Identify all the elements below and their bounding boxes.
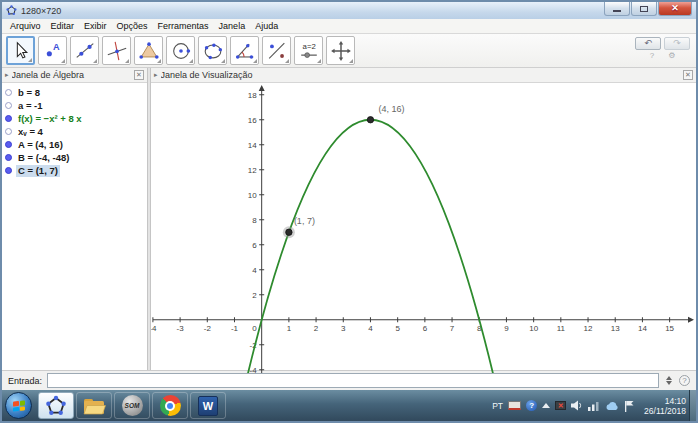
input-label: Entrada: xyxy=(8,376,42,386)
x-tick-label: 9 xyxy=(504,324,509,333)
collapse-arrow-icon[interactable]: ▸ xyxy=(154,71,158,79)
collapse-arrow-icon[interactable]: ▸ xyxy=(5,71,9,79)
undo-arrow-icon: ↶ xyxy=(644,38,652,48)
move-cursor-icon xyxy=(10,40,32,62)
network-signal-icon[interactable] xyxy=(588,401,600,411)
remote-desktop-window: 1280×720 ✕ ArquivoEditarExibirOpçõesFerr… xyxy=(0,0,698,423)
close-panel-icon[interactable]: ✕ xyxy=(134,70,144,80)
tool-perpendicular-line[interactable] xyxy=(102,36,131,65)
volume-icon[interactable] xyxy=(571,400,583,411)
show-hidden-icons-chevron[interactable] xyxy=(542,403,550,408)
algebra-item[interactable]: C = (1, 7) xyxy=(2,164,147,177)
input-history-icon[interactable] xyxy=(664,376,674,385)
tool-angle[interactable] xyxy=(230,36,259,65)
algebra-panel-header[interactable]: ▸ Janela de Álgebra ✕ xyxy=(2,68,147,83)
help-tray-icon[interactable]: ? xyxy=(526,400,537,411)
title-bar[interactable]: 1280×720 ✕ xyxy=(2,2,696,19)
tool-line[interactable] xyxy=(70,36,99,65)
visibility-toggle-icon[interactable] xyxy=(5,115,12,122)
algebra-item[interactable]: A = (4, 16) xyxy=(2,138,147,151)
perpendicular-line-icon xyxy=(106,40,128,62)
y-tick-label: 10 xyxy=(248,191,257,200)
onedrive-cloud-icon[interactable] xyxy=(605,401,619,411)
visibility-toggle-icon[interactable] xyxy=(5,167,12,174)
visibility-toggle-icon[interactable] xyxy=(5,141,12,148)
graphics-panel-header[interactable]: ▸ Janela de Visualização ✕ xyxy=(151,68,696,83)
y-tick-label: 4 xyxy=(252,266,257,275)
display-error-icon[interactable]: ✕ xyxy=(555,401,566,410)
x-tick-label: -3 xyxy=(177,324,185,333)
menu-editar[interactable]: Editar xyxy=(46,20,80,32)
reflect-icon xyxy=(266,40,288,62)
taskbar-explorer[interactable] xyxy=(76,392,112,419)
taskbar-word[interactable]: W xyxy=(190,392,226,419)
taskbar-clock[interactable]: 14:10 26/11/2018 xyxy=(644,396,686,416)
x-tick-label: 4 xyxy=(368,324,373,333)
x-tick-label: 12 xyxy=(584,324,593,333)
algebra-item-text: f(x) = −x² + 8 x xyxy=(16,113,84,125)
menu-opcoes[interactable]: Opções xyxy=(112,20,153,32)
tool-slider[interactable]: a=2 xyxy=(294,36,323,65)
point-A xyxy=(367,117,373,123)
menu-janela[interactable]: Janela xyxy=(214,20,251,32)
algebra-item[interactable]: B = (-4, -48) xyxy=(2,151,147,164)
main-area: ▸ Janela de Álgebra ✕ b = 8a = -1f(x) = … xyxy=(2,68,696,370)
menu-exibir[interactable]: Exibir xyxy=(79,20,112,32)
visibility-toggle-icon[interactable] xyxy=(5,89,12,96)
x-tick-label: 5 xyxy=(395,324,400,333)
taskbar-chrome[interactable] xyxy=(152,392,188,419)
minimize-button[interactable] xyxy=(604,2,630,16)
tool-move-graphics-view[interactable] xyxy=(326,36,355,65)
menu-bar: ArquivoEditarExibirOpçõesFerramentasJane… xyxy=(2,19,696,34)
maximize-button[interactable] xyxy=(631,2,657,16)
geogebra-app-icon xyxy=(6,5,17,16)
svg-text:a=2: a=2 xyxy=(302,42,315,51)
tool-polygon[interactable] xyxy=(134,36,163,65)
close-button[interactable]: ✕ xyxy=(658,2,692,16)
taskbar-geogebra[interactable] xyxy=(38,392,74,419)
graph-svg[interactable]: -4-3-2-1123456789101112131415-4-22468101… xyxy=(151,83,696,373)
tool-circle-center-point[interactable] xyxy=(166,36,195,65)
algebra-item-text: B = (-4, -48) xyxy=(16,152,71,164)
input-help-icon[interactable]: ? xyxy=(679,375,690,386)
x-tick-label: 11 xyxy=(557,324,566,333)
graphics-canvas[interactable]: -4-3-2-1123456789101112131415-4-22468101… xyxy=(151,83,696,373)
algebra-item[interactable]: f(x) = −x² + 8 x xyxy=(2,112,147,125)
y-tick-label: 16 xyxy=(248,116,257,125)
visibility-toggle-icon[interactable] xyxy=(5,154,12,161)
visibility-toggle-icon[interactable] xyxy=(5,102,12,109)
windows-taskbar: SOM W PT ? ✕ 14:1 xyxy=(2,390,696,421)
undo-button[interactable]: ↶ xyxy=(635,37,661,50)
menu-ajuda[interactable]: Ajuda xyxy=(250,20,283,32)
algebra-item[interactable]: a = -1 xyxy=(2,99,147,112)
move-view-icon xyxy=(330,40,352,62)
x-tick-label: 6 xyxy=(423,324,428,333)
action-center-flag-icon[interactable] xyxy=(624,400,635,412)
x-tick-label: 1 xyxy=(287,324,292,333)
visibility-toggle-icon[interactable] xyxy=(5,128,12,135)
redo-button[interactable]: ↷ xyxy=(664,37,690,50)
x-tick-label: 15 xyxy=(665,324,674,333)
x-tick-label: 3 xyxy=(341,324,346,333)
tool-point[interactable]: A xyxy=(38,36,67,65)
algebra-item[interactable]: xᵥ = 4 xyxy=(2,125,147,138)
point-label: (1, 7) xyxy=(294,216,315,226)
taskbar-som[interactable]: SOM xyxy=(114,392,150,419)
tool-conic-five-points[interactable] xyxy=(198,36,227,65)
algebra-item[interactable]: b = 8 xyxy=(2,86,147,99)
help-icon[interactable]: ? xyxy=(650,52,654,60)
point-icon: A xyxy=(42,40,64,62)
gear-icon[interactable]: ⚙ xyxy=(668,52,675,60)
input-bar: Entrada: ? xyxy=(2,370,696,390)
keyboard-icon[interactable] xyxy=(508,401,521,410)
close-panel-icon[interactable]: ✕ xyxy=(683,70,693,80)
start-button[interactable] xyxy=(5,392,32,419)
origin-label: 0 xyxy=(252,324,257,333)
language-indicator[interactable]: PT xyxy=(492,401,503,411)
menu-ferramentas[interactable]: Ferramentas xyxy=(153,20,214,32)
tool-reflect-about-line[interactable] xyxy=(262,36,291,65)
tool-move[interactable] xyxy=(6,36,35,65)
show-desktop-button[interactable] xyxy=(689,390,696,421)
command-input[interactable] xyxy=(47,373,659,388)
menu-arquivo[interactable]: Arquivo xyxy=(5,20,46,32)
